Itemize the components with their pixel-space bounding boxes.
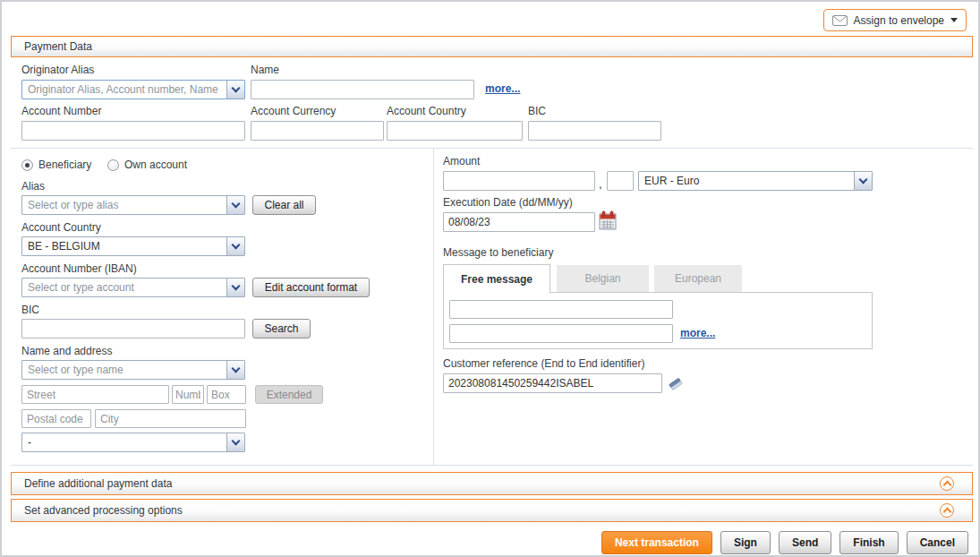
search-button[interactable]: Search	[252, 319, 311, 338]
tab-european[interactable]: European	[654, 265, 742, 292]
execution-date-label: Execution Date (dd/MM/yy)	[443, 196, 573, 209]
payment-data-header: Payment Data	[11, 36, 973, 57]
bic-input[interactable]	[21, 319, 245, 338]
message-line1-input[interactable]	[449, 300, 673, 319]
originator-bic-label: BIC	[528, 105, 546, 117]
finish-button[interactable]: Finish	[839, 531, 898, 554]
column-divider	[433, 149, 434, 465]
chevron-down-icon[interactable]	[226, 361, 244, 379]
footer-actions: Next transaction Sign Send Finish Cancel	[601, 531, 968, 554]
currency-value: EUR - Euro	[639, 172, 854, 190]
tab-belgian[interactable]: Belgian	[557, 265, 649, 292]
customer-reference-label: Customer reference (End to End identifie…	[443, 357, 644, 370]
chevron-down-icon[interactable]	[226, 196, 244, 214]
name-placeholder: Select or type name	[22, 361, 226, 379]
execution-date-input[interactable]	[443, 212, 595, 232]
tab-free-message-label: Free message	[461, 273, 533, 286]
account-country-value: BE - BELGIUM	[22, 237, 226, 255]
alias-label: Alias	[21, 180, 45, 193]
name-select[interactable]: Select or type name	[21, 360, 245, 380]
originator-alias-placeholder: Originator Alias, Account number, Name	[22, 81, 226, 99]
iban-placeholder: Select or type account	[22, 278, 226, 296]
originator-bic-input[interactable]	[528, 121, 661, 141]
customer-reference-input[interactable]	[443, 373, 662, 393]
chevron-down-icon	[950, 18, 958, 22]
bic-label: BIC	[21, 304, 39, 316]
amount-decimals-input[interactable]	[607, 171, 634, 191]
additional-payment-data-section[interactable]: Define additional payment data	[11, 472, 973, 495]
box-input[interactable]	[207, 385, 246, 404]
clear-all-button[interactable]: Clear all	[252, 195, 316, 215]
address-type-value: -	[22, 433, 226, 451]
payment-data-title: Payment Data	[24, 40, 92, 53]
section-divider	[11, 148, 973, 149]
own-account-radio[interactable]	[107, 159, 119, 171]
tab-european-label: European	[675, 272, 721, 285]
chevron-down-icon[interactable]	[226, 81, 244, 99]
advanced-processing-options-title: Set advanced processing options	[24, 504, 183, 517]
beneficiary-radio[interactable]	[21, 159, 33, 171]
send-button[interactable]: Send	[779, 531, 831, 554]
eraser-icon[interactable]	[668, 376, 684, 393]
calendar-icon[interactable]	[599, 210, 617, 234]
sign-button[interactable]: Sign	[720, 531, 771, 554]
account-country-select[interactable]: BE - BELGIUM	[21, 236, 245, 256]
city-input[interactable]	[95, 409, 246, 428]
decimal-separator: ,	[599, 177, 602, 191]
message-more-link[interactable]: more...	[680, 327, 715, 339]
chevron-down-icon[interactable]	[226, 433, 244, 451]
chevron-down-icon[interactable]	[854, 172, 872, 190]
own-account-radio-label: Own account	[124, 159, 187, 171]
originator-account-country-label: Account Country	[387, 105, 466, 117]
account-country-label: Account Country	[21, 221, 101, 234]
postal-code-input[interactable]	[21, 409, 91, 428]
message-to-beneficiary-label: Message to beneficiary	[443, 246, 553, 259]
name-and-address-label: Name and address	[21, 345, 112, 357]
originator-account-country-input[interactable]	[387, 121, 523, 141]
cancel-button[interactable]: Cancel	[907, 531, 968, 554]
payment-form-page: Assign to envelope Payment Data Originat…	[0, 0, 980, 557]
section-divider	[11, 465, 973, 466]
street-input[interactable]	[21, 385, 169, 404]
originator-account-currency-label: Account Currency	[251, 105, 336, 117]
tab-belgian-label: Belgian	[584, 272, 620, 285]
envelope-icon	[832, 15, 848, 26]
chevron-down-icon[interactable]	[226, 278, 244, 296]
originator-name-input[interactable]	[251, 80, 474, 99]
numb-input[interactable]	[172, 385, 204, 404]
collapse-up-icon[interactable]	[940, 476, 954, 491]
alias-select[interactable]: Select or type alias	[21, 195, 245, 215]
amount-label: Amount	[443, 155, 480, 167]
alias-placeholder: Select or type alias	[22, 196, 226, 214]
iban-select[interactable]: Select or type account	[21, 278, 245, 297]
originator-more-link[interactable]: more...	[485, 82, 520, 95]
originator-account-number-input[interactable]	[21, 121, 245, 141]
beneficiary-radio-label: Beneficiary	[38, 159, 91, 171]
edit-account-format-button[interactable]: Edit account format	[252, 278, 370, 297]
extended-button[interactable]: Extended	[255, 385, 323, 404]
next-transaction-button[interactable]: Next transaction	[601, 531, 712, 554]
originator-account-number-label: Account Number	[21, 105, 101, 117]
collapse-up-icon[interactable]	[940, 503, 954, 518]
assign-to-envelope-label: Assign to envelope	[854, 14, 944, 27]
amount-input[interactable]	[443, 171, 595, 191]
originator-name-label: Name	[251, 64, 279, 76]
currency-select[interactable]: EUR - Euro	[638, 171, 873, 191]
iban-label: Account Number (IBAN)	[21, 262, 137, 275]
originator-alias-select[interactable]: Originator Alias, Account number, Name	[21, 80, 245, 99]
assign-to-envelope-button[interactable]: Assign to envelope	[823, 9, 967, 31]
originator-alias-label: Originator Alias	[21, 64, 94, 76]
chevron-down-icon[interactable]	[226, 237, 244, 255]
tab-free-message[interactable]: Free message	[443, 264, 550, 293]
address-type-select[interactable]: -	[21, 433, 245, 452]
additional-payment-data-title: Define additional payment data	[24, 477, 172, 490]
originator-account-currency-input[interactable]	[251, 121, 384, 141]
message-line2-input[interactable]	[449, 324, 673, 343]
advanced-processing-options-section[interactable]: Set advanced processing options	[11, 499, 973, 522]
